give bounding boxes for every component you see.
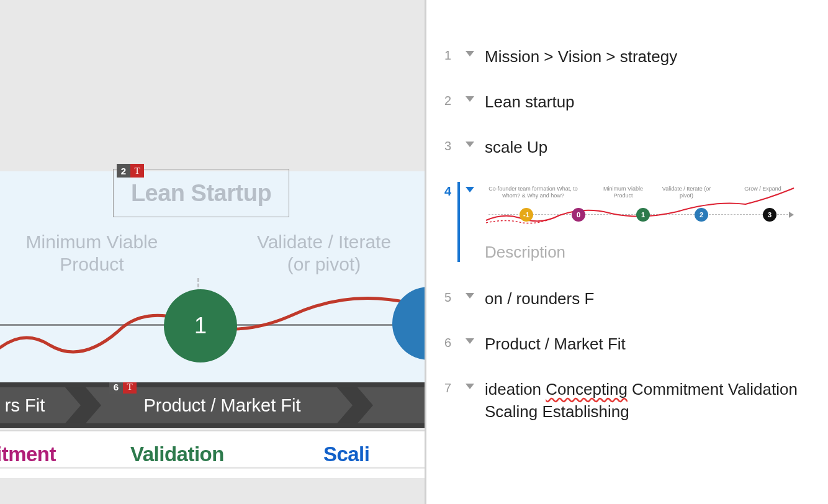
row-gutter	[457, 333, 460, 355]
chevron-center-label: Product / Market Fit	[143, 395, 300, 416]
element-badge-group-6: 6 T	[109, 382, 137, 394]
row-gutter-active	[457, 182, 460, 262]
chevron-left-label: rs Fit	[5, 395, 45, 416]
row-gutter	[457, 288, 460, 310]
row-title[interactable]: Product / Market Fit	[485, 333, 816, 355]
row-gutter	[457, 91, 460, 113]
disclosure-toggle[interactable]	[464, 182, 476, 192]
disclosure-toggle[interactable]	[464, 137, 476, 147]
title-part-a: ideation	[485, 380, 546, 398]
tag-scaling: Scali	[323, 443, 370, 466]
description-placeholder[interactable]: Description	[485, 243, 816, 262]
disclosure-toggle[interactable]	[464, 333, 476, 344]
row-title[interactable]: scale Up	[485, 137, 816, 158]
row-title[interactable]: ideation Concepting Commitment Validatio…	[485, 379, 816, 422]
thumb-curve	[485, 182, 795, 232]
row-title[interactable]: Lean startup	[485, 91, 816, 113]
tag-validation: Validation	[130, 443, 224, 466]
disclosure-toggle[interactable]	[464, 379, 476, 389]
row-number: 1	[426, 46, 451, 63]
outline-row-3[interactable]: 3 scale Up	[426, 133, 828, 162]
chevron-down-icon	[466, 293, 474, 299]
outline-row-4[interactable]: 4 Co-founder team formation What, to who…	[426, 178, 828, 266]
chevron-down-icon	[466, 142, 474, 147]
chevron-down-icon	[466, 51, 474, 56]
outline-row-7[interactable]: 7 ideation Concepting Commitment Validat…	[426, 375, 828, 426]
disclosure-toggle[interactable]	[464, 288, 476, 299]
outline-row-5[interactable]: 5 on / rounders F	[426, 284, 828, 313]
disclosure-toggle[interactable]	[464, 46, 476, 56]
chevron-seg-left[interactable]: rs Fit	[0, 387, 81, 423]
text-type-badge-icon: T	[130, 164, 144, 178]
row-number: 3	[426, 137, 451, 153]
row-gutter	[457, 46, 460, 68]
chevron-down-icon	[466, 96, 474, 102]
element-index-badge-6: 6	[109, 382, 123, 394]
row-number: 7	[426, 379, 451, 395]
canvas-pane[interactable]: Lean Startup 2 T Minimum Viable Product …	[0, 0, 425, 504]
row-gutter	[457, 379, 460, 422]
title-part-b-spellerror: Concepting	[546, 380, 628, 398]
row-title[interactable]: Mission > Vision > strategy	[485, 46, 816, 68]
element-badge-group-2: 2 T	[117, 164, 144, 178]
chevron-seg-right[interactable]	[358, 387, 425, 423]
outline-row-6[interactable]: 6 Product / Market Fit	[426, 330, 828, 359]
diagram-title: Lean Startup	[131, 180, 271, 207]
row-gutter	[457, 137, 460, 158]
stage-node-1-value: 1	[194, 313, 207, 339]
lean-startup-diagram[interactable]: Lean Startup 2 T Minimum Viable Product …	[0, 171, 425, 382]
tag-commitment: itment	[0, 443, 56, 466]
row-number: 5	[426, 288, 451, 305]
row-number: 4	[426, 182, 451, 199]
stage-tags-row: itment Validation Scali	[0, 428, 425, 478]
element-index-badge: 2	[117, 164, 130, 178]
outline-row-2[interactable]: 2 Lean startup	[426, 88, 828, 117]
canvas-content[interactable]: Lean Startup 2 T Minimum Viable Product …	[0, 171, 425, 478]
chevron-strip[interactable]: rs Fit Product / Market Fit 6 T	[0, 382, 425, 428]
row-title[interactable]: on / rounders F	[485, 288, 816, 310]
row-number: 6	[426, 333, 451, 350]
row-number: 2	[426, 91, 451, 108]
stage-label-mvp: Minimum Viable Product	[17, 231, 166, 276]
chevron-down-icon	[466, 384, 474, 389]
chevron-down-icon	[466, 338, 474, 344]
text-type-badge-icon-6: T	[123, 382, 137, 394]
disclosure-toggle[interactable]	[464, 91, 476, 102]
stage-node-1[interactable]: 1	[164, 289, 237, 362]
outline-pane[interactable]: 1 Mission > Vision > strategy 2 Lean sta…	[426, 0, 828, 504]
stage-node-2[interactable]	[392, 287, 425, 360]
chevron-down-icon	[466, 187, 474, 192]
stage-label-validate: Validate / Iterate (or pivot)	[243, 231, 405, 276]
outline-row-1[interactable]: 1 Mission > Vision > strategy	[426, 42, 828, 71]
slide-thumbnail[interactable]: Co-founder team formation What, to whom?…	[485, 182, 795, 232]
